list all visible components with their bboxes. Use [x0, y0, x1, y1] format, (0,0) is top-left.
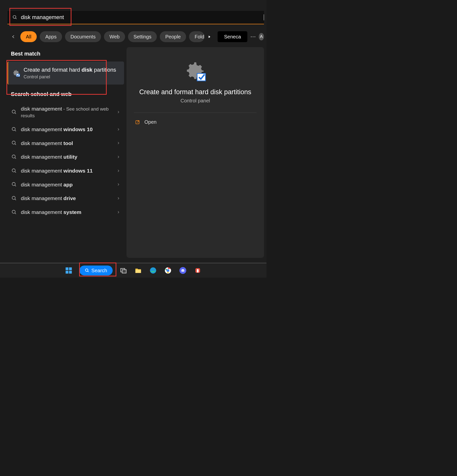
suggestion-text: disk management - See school and web res… [21, 105, 117, 119]
svg-rect-37 [197, 269, 198, 272]
best-match-header: Best match [11, 51, 124, 57]
svg-point-12 [12, 169, 15, 172]
chevron-right-icon [117, 210, 120, 214]
start-button[interactable] [65, 266, 73, 275]
search-suggestion[interactable]: disk management windows 11 [7, 164, 124, 178]
taskbar-search-button[interactable]: Search [79, 266, 112, 275]
chevron-right-icon [117, 155, 120, 159]
svg-point-0 [13, 16, 16, 19]
svg-line-22 [137, 120, 139, 122]
svg-point-32 [150, 268, 156, 274]
avatar[interactable]: A [259, 33, 264, 40]
search-icon [11, 140, 17, 146]
tab-folders[interactable]: Folders [189, 31, 204, 42]
gear-check-icon [12, 69, 20, 77]
action-open[interactable]: Open [134, 113, 257, 131]
svg-line-15 [15, 185, 16, 186]
svg-rect-31 [135, 270, 141, 273]
back-icon[interactable] [11, 33, 16, 40]
search-bar[interactable]: disk management [7, 11, 264, 24]
svg-line-7 [15, 130, 16, 131]
svg-line-28 [88, 271, 89, 272]
text-caret [264, 14, 264, 20]
chevron-right-icon [117, 110, 120, 114]
search-suggestion[interactable]: disk management system [7, 205, 124, 219]
svg-point-10 [12, 155, 15, 158]
svg-point-27 [86, 269, 88, 271]
file-explorer-button[interactable] [134, 266, 142, 275]
svg-line-1 [16, 18, 17, 19]
best-match-subtitle: Control panel [24, 74, 116, 80]
tab-apps[interactable]: Apps [40, 31, 62, 42]
tab-all[interactable]: All [20, 31, 37, 42]
chevron-right-icon [117, 183, 120, 186]
search-suggestion[interactable]: disk management utility [7, 150, 124, 164]
tab-people[interactable]: People [160, 31, 186, 42]
svg-line-9 [15, 144, 16, 145]
tab-settings[interactable]: Settings [128, 31, 157, 42]
search-suggestion[interactable]: disk management tool [7, 136, 124, 150]
search-suggestion[interactable]: disk management - See school and web res… [7, 102, 124, 122]
svg-line-11 [15, 158, 16, 159]
svg-point-4 [12, 110, 15, 113]
svg-point-8 [12, 141, 15, 144]
taskbar: Search [0, 263, 266, 278]
svg-point-18 [12, 210, 15, 213]
discord-button[interactable] [179, 266, 187, 275]
best-match-title: Create and format hard disk partitions [24, 66, 116, 73]
gear-check-icon [184, 60, 206, 82]
suggestion-text: disk management system [21, 209, 117, 216]
search-icon [11, 154, 17, 160]
search-suggestion[interactable]: disk management drive [7, 191, 124, 205]
svg-point-6 [12, 127, 15, 130]
tabs-scroll-right-icon[interactable] [207, 35, 212, 39]
suggestion-text: disk management utility [21, 153, 117, 160]
search-icon [11, 182, 17, 187]
search-input-text: disk management [21, 14, 264, 21]
web-results-header: Search school and web [11, 91, 124, 97]
taskbar-search-label: Search [91, 268, 107, 273]
search-icon [11, 127, 17, 132]
tab-web[interactable]: Web [104, 31, 125, 42]
filter-tabs: All Apps Documents Web Settings People F… [11, 31, 264, 43]
svg-point-14 [12, 182, 15, 186]
results-column: Best match Create and format hard disk p… [7, 47, 127, 258]
action-open-label: Open [144, 119, 157, 125]
search-icon [12, 15, 17, 20]
org-button[interactable]: Seneca [218, 31, 247, 42]
chrome-button[interactable] [164, 266, 172, 275]
best-match-result[interactable]: Create and format hard disk partitions C… [7, 61, 124, 85]
preview-title: Create and format hard disk partitions [139, 88, 251, 96]
tab-documents[interactable]: Documents [65, 31, 101, 42]
search-icon [11, 168, 17, 174]
svg-rect-30 [122, 270, 126, 273]
task-view-button[interactable] [119, 266, 128, 275]
search-icon [11, 109, 17, 115]
search-icon [11, 196, 17, 201]
app-button[interactable] [194, 266, 202, 275]
chevron-right-icon [117, 128, 120, 131]
more-icon[interactable]: ⋯ [250, 33, 256, 40]
chevron-right-icon [117, 197, 120, 200]
preview-subtitle: Control panel [181, 98, 210, 104]
svg-line-13 [15, 172, 16, 173]
suggestion-text: disk management tool [21, 140, 117, 147]
suggestion-text: disk management drive [21, 195, 117, 202]
suggestion-text: disk management windows 11 [21, 167, 117, 174]
search-icon [85, 268, 89, 273]
search-suggestion[interactable]: disk management app [7, 178, 124, 192]
svg-rect-24 [69, 268, 72, 270]
svg-point-34 [166, 269, 169, 272]
search-suggestion[interactable]: disk management windows 10 [7, 122, 124, 136]
open-external-icon [135, 120, 140, 125]
chevron-right-icon [117, 141, 120, 145]
svg-rect-23 [66, 268, 68, 270]
svg-marker-2 [209, 35, 210, 38]
search-icon [11, 209, 17, 215]
preview-pane: Create and format hard disk partitions C… [127, 47, 264, 258]
suggestion-text: disk management windows 10 [21, 126, 117, 133]
edge-button[interactable] [149, 266, 157, 275]
svg-line-19 [15, 213, 16, 214]
suggestion-text: disk management app [21, 181, 117, 188]
svg-line-5 [15, 113, 16, 114]
